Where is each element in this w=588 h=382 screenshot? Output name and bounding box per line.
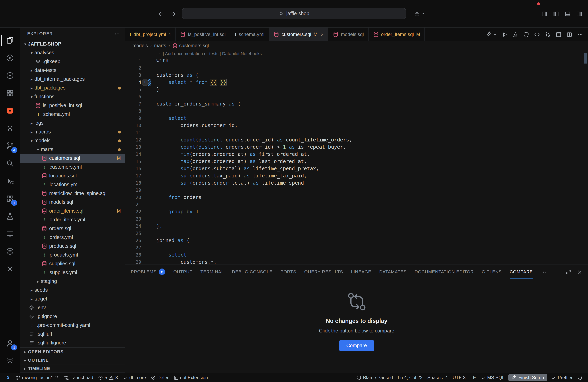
tree-item-seeds[interactable]: ▸seeds	[20, 286, 125, 294]
code-line-11[interactable]: 11	[125, 129, 588, 136]
code-line-23[interactable]: 23	[125, 215, 588, 223]
tree-item-pre-commit-config-yaml[interactable]: !.pre-commit-config.yaml	[20, 321, 125, 330]
panel-tab-problems[interactable]: PROBLEMS8	[131, 265, 165, 279]
run-file-button[interactable]	[502, 31, 508, 37]
tree-item-logs[interactable]: ▸logs	[20, 119, 125, 128]
panel-tab-lineage[interactable]: LINEAGE	[351, 265, 371, 279]
tree-item-orders-sql[interactable]: orders.sql	[20, 224, 125, 233]
status-defer[interactable]: Defer	[148, 373, 171, 382]
tree-item-data-tests[interactable]: ▸data-tests	[20, 66, 125, 75]
code-line-20[interactable]: 20 from orders	[125, 194, 588, 201]
status-dbt-extension[interactable]: dbt Extension	[171, 373, 210, 382]
status-launchpad[interactable]: Launchpad	[62, 373, 96, 382]
code-line-6[interactable]: 6	[125, 93, 588, 100]
code-line-24[interactable]: 24),	[125, 223, 588, 230]
activity-x-tool[interactable]	[1, 260, 19, 278]
status-blame-status[interactable]: Blame Paused	[354, 373, 395, 382]
toggle-sidebar-right-button[interactable]	[576, 10, 582, 17]
tree-item-macros[interactable]: ▸macros	[20, 128, 125, 136]
code-line-7[interactable]: 7customer_orders_summary as (	[125, 100, 588, 108]
panel-tab-terminal[interactable]: TERMINAL	[200, 265, 224, 279]
tree-item-env[interactable]: .env	[20, 303, 125, 312]
code-line-27[interactable]: 27	[125, 244, 588, 251]
code-line-8[interactable]: 8	[125, 108, 588, 115]
panel-tab-ports[interactable]: PORTS	[280, 265, 296, 279]
activity-run-circle-tool[interactable]	[1, 49, 19, 67]
activity-accounts[interactable]: 1	[1, 334, 19, 352]
tree-item-supplies-sql[interactable]: supplies.sql	[20, 259, 125, 268]
dbt-build-actions-button[interactable]	[486, 31, 497, 37]
status-prettier[interactable]: Prettier	[549, 373, 575, 382]
activity-blocks-tool[interactable]	[1, 84, 19, 102]
tab-models-sql[interactable]: models.sql	[328, 28, 369, 41]
code-line-21[interactable]: 21	[125, 201, 588, 208]
activity-search[interactable]	[1, 155, 19, 172]
code-line-18[interactable]: 18 sum(orders.order_total) as lifetime_s…	[125, 179, 588, 187]
tree-item-products-sql[interactable]: products.sql	[20, 242, 125, 250]
open-remote-window-button[interactable]	[414, 11, 425, 17]
codelens-hint[interactable]: ··· | Add documentation or tests | Datap…	[125, 50, 588, 57]
code-editor[interactable]: ··· | Add documentation or tests | Datap…	[125, 50, 588, 265]
code-line-9[interactable]: 9 select	[125, 115, 588, 122]
panel-tab-compare[interactable]: COMPARE	[510, 265, 533, 279]
activity-run-and-debug[interactable]	[1, 172, 19, 190]
code-line-29[interactable]: 29 customers.*,	[125, 259, 588, 265]
tree-item-target[interactable]: ▸target	[20, 294, 125, 303]
panel-tab-datamates[interactable]: DATAMATES	[379, 265, 407, 279]
tab-schema-yml[interactable]: !schema.yml	[231, 28, 269, 41]
close-panel-button[interactable]	[577, 268, 582, 275]
tree-item-dbt-internal-packages[interactable]: ▸dbt_internal_packages	[20, 75, 125, 83]
code-line-5[interactable]: 5)	[125, 86, 588, 93]
status-remote-indicator[interactable]	[3, 373, 13, 382]
code-line-10[interactable]: 10 orders.customer_id,	[125, 122, 588, 129]
code-line-28[interactable]: 28 select	[125, 251, 588, 259]
status-problems-summary[interactable]: 53	[96, 373, 120, 382]
panel-tab-output[interactable]: OUTPUT	[173, 265, 192, 279]
sidebar-section-timeline[interactable]: ▸TIMELINE	[20, 364, 125, 373]
status-git-branch[interactable]: mwong-fusion*	[13, 373, 62, 382]
compiled-code-button[interactable]	[534, 31, 540, 37]
activity-circle-lines-tool[interactable]	[1, 243, 19, 260]
activity-dbt-power-user[interactable]	[1, 67, 19, 84]
code-line-3[interactable]: 3customers as (	[125, 72, 588, 79]
tree-item-staging[interactable]: ▸staging	[20, 277, 125, 286]
tree-item-order-items-sql[interactable]: order_items.sqlM	[20, 207, 125, 215]
tree-item-sqlfluff[interactable]: .sqlfluff	[20, 330, 125, 339]
panel-tab-gitlens[interactable]: GITLENS	[482, 265, 502, 279]
activity-settings[interactable]	[1, 352, 19, 370]
panel-tab-documentation-editor[interactable]: DOCUMENTATION EDITOR	[415, 265, 474, 279]
status-language-mode[interactable]: MS SQL	[478, 373, 507, 382]
status-finish-setup[interactable]: Finish Setup	[509, 374, 547, 381]
tree-item-customers-yml[interactable]: !customers.yml	[20, 163, 125, 172]
code-line-17[interactable]: 17 sum(orders.tax_paid) as lifetime_tax_…	[125, 172, 588, 179]
activity-testing[interactable]	[1, 207, 19, 225]
tree-item-gitkeep[interactable]: .gitkeep	[20, 57, 125, 66]
tab-customers-sql[interactable]: customers.sqlM×	[269, 28, 328, 41]
tree-item-functions[interactable]: ▾functions	[20, 92, 125, 101]
test-file-button[interactable]	[512, 31, 518, 37]
toggle-sidebar-left-button[interactable]	[553, 10, 559, 17]
tree-item-gitignore[interactable]: .gitignore	[20, 312, 125, 321]
tree-item-metricflow-time-spine-sql[interactable]: metricflow_time_spine.sql	[20, 189, 125, 198]
code-line-26[interactable]: 26joined as (	[125, 237, 588, 244]
activity-remote-explorer[interactable]	[1, 225, 19, 243]
pull-request-button[interactable]	[545, 31, 551, 37]
status-encoding[interactable]: UTF-8	[450, 373, 468, 382]
code-line-4[interactable]: 4+ select * from {{ }}	[125, 79, 588, 86]
tree-item-jaffle-shop[interactable]: ▾JAFFLE-SHOP	[20, 39, 125, 48]
code-line-19[interactable]: 19	[125, 187, 588, 194]
activity-extensions[interactable]: 1	[1, 190, 19, 207]
breadcrumb[interactable]: models›marts›customers.sql	[125, 41, 588, 50]
tree-item-locations-sql[interactable]: locations.sql	[20, 172, 125, 180]
maximize-panel-button[interactable]	[566, 268, 571, 275]
code-line-12[interactable]: 12 count(distinct orders.order_id) as co…	[125, 136, 588, 143]
split-editor-button[interactable]	[567, 31, 572, 37]
code-line-16[interactable]: 16 sum(orders.subtotal) as lifetime_spen…	[125, 165, 588, 172]
nav-back-button[interactable]	[158, 10, 164, 17]
breadcrumb-item-marts[interactable]: marts	[154, 43, 166, 48]
more-actions-button[interactable]	[577, 31, 583, 37]
tree-item-models[interactable]: ▾models	[20, 136, 125, 145]
code-line-1[interactable]: 1with	[125, 57, 588, 64]
code-line-2[interactable]: 2	[125, 64, 588, 72]
customize-layout-button[interactable]	[541, 10, 547, 17]
